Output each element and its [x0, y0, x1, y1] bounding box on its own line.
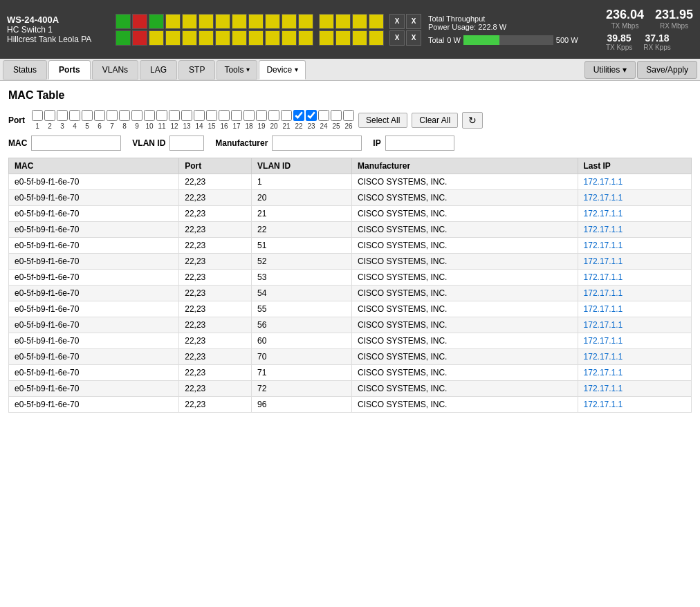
port-checkbox-13[interactable]	[181, 110, 192, 121]
port-checkbox-11[interactable]	[156, 110, 167, 121]
port-19[interactable]	[282, 14, 297, 29]
cell-ip-link[interactable]: 172.17.1.1	[584, 320, 623, 330]
x-btn-4[interactable]: X	[406, 30, 421, 46]
select-all-button[interactable]: Select All	[358, 113, 407, 128]
port-checkbox-18[interactable]	[243, 110, 255, 121]
port-14[interactable]	[232, 30, 247, 46]
cell-ip-link[interactable]: 172.17.1.1	[584, 352, 623, 362]
port-1[interactable]	[116, 14, 131, 29]
sfp-2[interactable]	[335, 14, 351, 29]
port-checkbox-16[interactable]	[219, 110, 230, 121]
port-20[interactable]	[282, 30, 297, 46]
cell-ip-link[interactable]: 172.17.1.1	[584, 304, 623, 314]
port-2b[interactable]	[132, 30, 147, 46]
tab-status[interactable]: Status	[3, 60, 47, 80]
port-9[interactable]	[199, 14, 214, 29]
port-10[interactable]	[199, 30, 214, 46]
port-checkbox-8[interactable]	[119, 110, 130, 121]
port-11[interactable]	[215, 14, 230, 29]
cell-ip-link[interactable]: 172.17.1.1	[584, 368, 623, 377]
port-17[interactable]	[265, 14, 280, 29]
sfp-6[interactable]	[335, 30, 351, 46]
clear-all-button[interactable]: Clear All	[412, 113, 458, 128]
port-6[interactable]	[165, 30, 181, 46]
port-7[interactable]	[182, 14, 197, 29]
cell-ip-link[interactable]: 172.17.1.1	[584, 384, 623, 393]
sfp-3[interactable]	[352, 14, 367, 29]
port-checkbox-1[interactable]	[32, 110, 43, 121]
port-checkbox-15[interactable]	[206, 110, 217, 121]
port-checkbox-23[interactable]	[306, 110, 317, 121]
manufacturer-filter-input[interactable]	[272, 136, 362, 151]
port-13[interactable]	[232, 14, 247, 29]
cell-ip-link[interactable]: 172.17.1.1	[584, 241, 623, 250]
sfp-7[interactable]	[352, 30, 367, 46]
sfp-5[interactable]	[319, 30, 334, 46]
port-checkbox-21[interactable]	[281, 110, 292, 121]
ip-filter-input[interactable]	[385, 136, 454, 151]
tab-lag[interactable]: LAG	[140, 60, 177, 80]
port-checkbox-19[interactable]	[256, 110, 267, 121]
port-checkbox-22[interactable]	[293, 110, 304, 121]
port-checkbox-24[interactable]	[318, 110, 329, 121]
table-row: e0-5f-b9-f1-6e-7022,2356CISCO SYSTEMS, I…	[9, 317, 692, 333]
utilities-button[interactable]: Utilities ▾	[584, 61, 636, 79]
cell-port: 22,23	[179, 270, 252, 286]
cell-ip-link[interactable]: 172.17.1.1	[584, 256, 623, 266]
port-12[interactable]	[215, 30, 230, 46]
cell-ip-link[interactable]: 172.17.1.1	[584, 288, 623, 298]
port-checkbox-17[interactable]	[231, 110, 242, 121]
cell-vlan: 22	[252, 222, 352, 238]
sfp-8[interactable]	[369, 30, 384, 46]
save-apply-button[interactable]: Save/Apply	[637, 61, 697, 79]
cell-ip-link[interactable]: 172.17.1.1	[584, 177, 623, 187]
port-3b[interactable]	[149, 30, 164, 46]
port-checkbox-3[interactable]	[57, 110, 68, 121]
port-18[interactable]	[265, 30, 280, 46]
port-8[interactable]	[182, 30, 197, 46]
nav-bar: Status Ports VLANs LAG STP Tools ▾ Devic…	[0, 59, 700, 81]
tab-ports[interactable]: Ports	[48, 60, 91, 80]
port-15[interactable]	[248, 14, 264, 29]
cell-ip-link[interactable]: 172.17.1.1	[584, 193, 623, 203]
cell-mac: e0-5f-b9-f1-6e-70	[9, 174, 179, 190]
sfp-4[interactable]	[369, 14, 384, 29]
sfp-1[interactable]	[319, 14, 334, 29]
cell-ip-link[interactable]: 172.17.1.1	[584, 272, 623, 282]
port-checkbox-26[interactable]	[343, 110, 354, 121]
port-checkbox-12[interactable]	[169, 110, 180, 121]
port-checkbox-20[interactable]	[268, 110, 279, 121]
mac-filter-input[interactable]	[31, 136, 121, 151]
port-checkbox-25[interactable]	[331, 110, 342, 121]
cell-ip-link[interactable]: 172.17.1.1	[584, 400, 623, 409]
cell-ip-link[interactable]: 172.17.1.1	[584, 336, 623, 346]
x-btn-1[interactable]: X	[389, 14, 405, 29]
tab-device[interactable]: Device ▾	[259, 60, 306, 80]
port-checkbox-4[interactable]	[69, 110, 80, 121]
port-3[interactable]	[149, 14, 164, 29]
port-21[interactable]	[298, 14, 313, 29]
port-checkbox-5[interactable]	[82, 110, 93, 121]
port-checkbox-2[interactable]	[44, 110, 55, 121]
port-checkbox-10[interactable]	[144, 110, 155, 121]
port-2[interactable]	[132, 14, 147, 29]
tab-tools[interactable]: Tools ▾	[217, 60, 257, 80]
port-checkbox-6[interactable]	[94, 110, 105, 121]
tab-stp[interactable]: STP	[178, 60, 215, 80]
port-checkbox-7[interactable]	[107, 110, 118, 121]
rx-mbps-block: 231.95 RX Mbps	[655, 8, 693, 30]
refresh-button[interactable]: ↻	[462, 112, 483, 129]
port-1b[interactable]	[116, 30, 131, 46]
port-5[interactable]	[165, 14, 181, 29]
cell-ip-link[interactable]: 172.17.1.1	[584, 209, 623, 218]
x-btn-3[interactable]: X	[389, 30, 405, 46]
port-22[interactable]	[298, 30, 313, 46]
table-body: e0-5f-b9-f1-6e-7022,231CISCO SYSTEMS, IN…	[9, 174, 692, 413]
port-16[interactable]	[248, 30, 264, 46]
x-btn-2[interactable]: X	[406, 14, 421, 29]
port-checkbox-14[interactable]	[194, 110, 205, 121]
tab-vlans[interactable]: VLANs	[92, 60, 138, 80]
port-checkbox-9[interactable]	[131, 110, 142, 121]
cell-ip-link[interactable]: 172.17.1.1	[584, 225, 623, 234]
vlan-filter-input[interactable]	[169, 136, 204, 151]
